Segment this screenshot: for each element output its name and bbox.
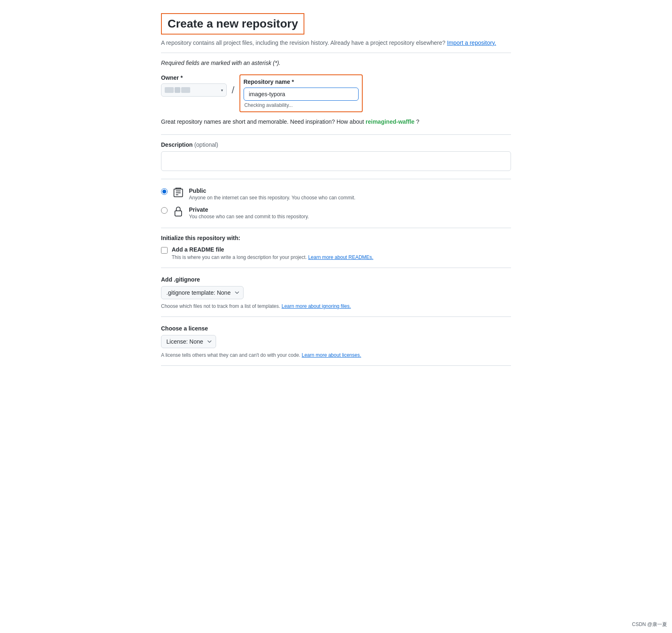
readme-text: Add a README file This is where you can … — [172, 246, 373, 261]
public-text: Public Anyone on the internet can see th… — [189, 187, 355, 201]
repo-name-field: Repository name * Checking availability.… — [244, 79, 359, 108]
page-title: Create a new repository — [168, 17, 298, 30]
description-label: Description (optional) — [161, 141, 511, 148]
divider-top — [161, 53, 511, 53]
private-repo-icon — [173, 206, 184, 217]
required-note: Required fields are marked with an aster… — [161, 60, 511, 66]
gitignore-section: Add .gitignore .gitignore template: None… — [161, 276, 511, 310]
description-input[interactable] — [161, 151, 511, 171]
owner-chevron-icon: ▾ — [221, 88, 223, 92]
owner-label: Owner * — [161, 74, 227, 81]
gitignore-title: Add .gitignore — [161, 276, 511, 283]
private-radio[interactable] — [161, 207, 168, 214]
license-section: Choose a license License: None A license… — [161, 325, 511, 359]
page-subtitle: A repository contains all project files,… — [161, 39, 511, 46]
initialize-section: Initialize this repository with: Add a R… — [161, 235, 511, 261]
readme-learn-link[interactable]: Learn more about READMEs. — [308, 254, 373, 260]
import-link[interactable]: Import a repository. — [447, 39, 496, 46]
repo-name-box: Repository name * Checking availability.… — [239, 74, 363, 112]
divider-description — [161, 134, 511, 135]
license-learn-link[interactable]: Learn more about licenses. — [302, 352, 361, 358]
inspiration-suggestion[interactable]: reimagined-waffle — [366, 118, 414, 125]
public-radio[interactable] — [161, 188, 168, 195]
svg-rect-4 — [175, 211, 182, 216]
inspiration-text: Great repository names are short and mem… — [161, 117, 511, 126]
readme-checkbox[interactable] — [161, 247, 168, 254]
avatar-sq-1 — [175, 87, 180, 93]
divider-init — [161, 228, 511, 228]
repo-name-input[interactable] — [244, 88, 359, 101]
license-title: Choose a license — [161, 325, 511, 332]
avatar-rect-1 — [165, 87, 174, 93]
readme-desc: This is where you can write a long descr… — [172, 254, 373, 261]
owner-repo-row: Owner * ▾ / Repository name * Checking a… — [161, 74, 511, 112]
readme-row: Add a README file This is where you can … — [161, 246, 511, 261]
main-content: Create a new repository A repository con… — [151, 0, 521, 386]
divider-visibility — [161, 179, 511, 179]
visibility-section: Public Anyone on the internet can see th… — [161, 187, 511, 219]
description-optional: (optional) — [194, 141, 218, 148]
license-select[interactable]: License: None — [161, 335, 216, 348]
divider-bottom — [161, 365, 511, 366]
gitignore-learn-link[interactable]: Learn more about ignoring files. — [281, 303, 351, 309]
divider-license — [161, 316, 511, 317]
private-text: Private You choose who can see and commi… — [189, 206, 309, 219]
public-option: Public Anyone on the internet can see th… — [161, 187, 511, 201]
slash-separator: / — [230, 83, 236, 97]
owner-field: Owner * ▾ — [161, 74, 227, 97]
repo-name-label: Repository name * — [244, 79, 359, 85]
public-repo-icon — [173, 187, 184, 198]
owner-avatar — [165, 87, 190, 93]
readme-label: Add a README file — [172, 246, 373, 253]
gitignore-select[interactable]: .gitignore template: None — [161, 286, 244, 299]
description-section: Description (optional) — [161, 141, 511, 172]
avatar-rect-2 — [181, 87, 190, 93]
page-title-box: Create a new repository — [161, 13, 304, 35]
divider-gitignore — [161, 268, 511, 268]
owner-select[interactable]: ▾ — [161, 83, 227, 97]
license-help: A license tells others what they can and… — [161, 351, 511, 359]
initialize-title: Initialize this repository with: — [161, 235, 511, 241]
gitignore-help: Choose which files not to track from a l… — [161, 303, 511, 310]
private-option: Private You choose who can see and commi… — [161, 206, 511, 219]
checking-availability-text: Checking availability... — [244, 102, 359, 108]
